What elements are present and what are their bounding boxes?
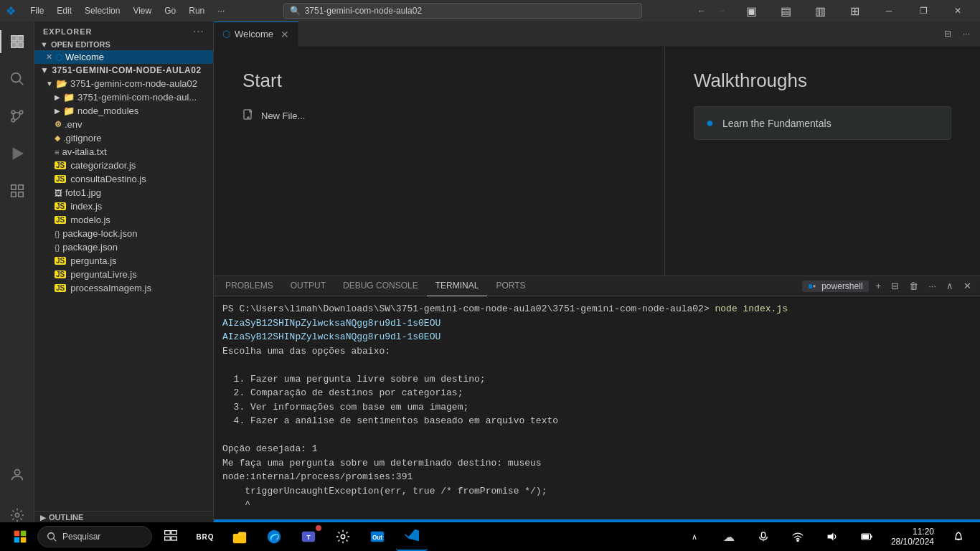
tray-notification[interactable] — [943, 522, 974, 551]
tab-problems[interactable]: PROBLEMS — [217, 276, 282, 296]
file-index[interactable]: JS index.js — [34, 199, 213, 213]
tray-wifi[interactable] — [782, 522, 814, 551]
folder-root[interactable]: ▼ 📂 3751-gemini-com-node-aula02 — [34, 77, 213, 90]
new-file-icon — [242, 109, 254, 123]
more-tabs-btn[interactable]: ··· — [958, 27, 974, 40]
tray-expand[interactable]: ∧ — [679, 522, 710, 551]
svg-point-5 — [11, 110, 15, 114]
activity-source-control[interactable] — [0, 99, 34, 133]
file-package-json[interactable]: {} package.json — [34, 240, 213, 254]
menu-edit[interactable]: Edit — [51, 4, 77, 17]
terminal-line-9: 4. Fazer a análise de sentimentos basead… — [222, 414, 971, 428]
panel-close-btn[interactable]: ✕ — [961, 279, 974, 293]
toggle-sidebar-btn[interactable]: ▣ — [735, 0, 768, 22]
open-editors-group[interactable]: ▼ Open Editors — [34, 39, 213, 50]
taskbar-search[interactable]: Pesquisar — [37, 526, 152, 547]
title-search-bar[interactable]: 🔍 3751-gemini-com-node-aula02 — [283, 3, 642, 19]
tab-welcome-close[interactable]: ✕ — [281, 29, 289, 40]
file-modelo[interactable]: JS modelo.js — [34, 213, 213, 227]
activity-run-debug[interactable] — [0, 136, 34, 171]
panel-up-btn[interactable]: ∧ — [943, 279, 956, 293]
file-gitignore[interactable]: ◆ .gitignore — [34, 131, 213, 145]
tray-volume[interactable] — [816, 522, 848, 551]
toggle-aux-btn[interactable]: ▥ — [804, 0, 837, 22]
sidebar-options-btn[interactable]: ··· — [194, 27, 204, 36]
svg-rect-29 — [171, 531, 177, 534]
menu-selection[interactable]: Selection — [79, 4, 126, 17]
taskbar-vscode[interactable] — [396, 522, 428, 551]
taskbar-settings[interactable] — [327, 522, 359, 551]
walkthrough-learn-fundamentals[interactable]: ● Learn the Fundamentals — [694, 106, 951, 140]
js-icon-4: JS — [55, 216, 66, 224]
menu-file[interactable]: File — [24, 4, 50, 17]
tray-battery[interactable] — [851, 522, 882, 551]
tray-mic[interactable] — [748, 522, 779, 551]
activity-search[interactable] — [0, 62, 34, 96]
restore-btn[interactable]: ❐ — [907, 0, 940, 22]
panel-more-btn[interactable]: ··· — [925, 279, 939, 293]
svg-point-36 — [341, 534, 345, 539]
add-terminal-btn[interactable]: + — [873, 279, 885, 293]
taskbar-file-explorer[interactable] — [224, 522, 255, 551]
project-root-folder[interactable]: ▼ 3751-GEMINI-COM-NODE-AULA02 — [34, 64, 213, 77]
activity-explorer[interactable] — [0, 24, 34, 59]
svg-rect-32 — [233, 534, 246, 543]
terminal-content[interactable]: PS C:\Users\limah\Downloads\SW\3751-gemi… — [214, 296, 980, 519]
split-terminal-btn[interactable]: ⊟ — [888, 279, 902, 293]
subfolder-1[interactable]: ▶ 📁 3751-gemini-com-node-aul... — [34, 90, 213, 104]
taskbar-brq-app[interactable]: BRQ — [189, 522, 221, 551]
tray-cloud[interactable]: ☁ — [713, 522, 745, 551]
taskbar-task-view[interactable] — [155, 522, 187, 551]
file-pergunta-livre[interactable]: JS perguntaLivre.js — [34, 268, 213, 281]
activity-account[interactable] — [0, 458, 34, 492]
tab-ports[interactable]: PORTS — [487, 276, 534, 296]
outline-section: ▶ Outline — [34, 511, 213, 523]
file-av-italia[interactable]: ≡ av-italia.txt — [34, 145, 213, 159]
taskbar-edge[interactable] — [258, 522, 290, 551]
new-file-action[interactable]: New File... — [242, 106, 636, 126]
taskbar-outlook[interactable]: Out — [362, 522, 393, 551]
file-package-json-label: package.json — [62, 242, 118, 253]
taskbar-time-display[interactable]: 11:20 28/10/2024 — [885, 527, 940, 547]
terminal-line-14: triggerUncaughtException(err, true /* fr… — [222, 484, 971, 499]
menu-view[interactable]: View — [127, 4, 157, 17]
tab-output[interactable]: OUTPUT — [282, 276, 334, 296]
node-modules-folder[interactable]: ▶ 📁 node_modules — [34, 104, 213, 118]
sidebar-header: Explorer ··· — [34, 22, 213, 39]
close-btn[interactable]: ✕ — [941, 0, 974, 22]
toggle-panel-btn[interactable]: ▤ — [769, 0, 802, 22]
file-processa-imagem[interactable]: JS processaImagem.js — [34, 281, 213, 295]
outline-label: Outline — [49, 513, 83, 522]
folder-root-label: 3751-gemini-com-node-aula02 — [70, 78, 197, 89]
tab-debug-console[interactable]: DEBUG CONSOLE — [334, 276, 427, 296]
tab-terminal[interactable]: TERMINAL — [427, 276, 488, 296]
svg-rect-28 — [165, 531, 171, 534]
file-consulta-destino[interactable]: JS consultaDestino.js — [34, 172, 213, 186]
svg-rect-23 — [21, 531, 27, 537]
navigate-back[interactable]: ← — [694, 6, 709, 16]
file-pergunta[interactable]: JS pergunta.js — [34, 254, 213, 268]
minimize-btn[interactable]: ─ — [872, 0, 905, 22]
tab-welcome[interactable]: ⬡ Welcome ✕ — [214, 22, 298, 47]
file-env[interactable]: ⚙ .env — [34, 118, 213, 131]
file-categorizador[interactable]: JS categorizador.js — [34, 159, 213, 172]
menu-more[interactable]: ··· — [212, 4, 230, 17]
close-icon[interactable]: ✕ — [46, 52, 52, 62]
taskbar-teams[interactable]: T — [293, 522, 324, 551]
split-editor-btn[interactable]: ⊟ — [940, 27, 956, 40]
tab-welcome-label: Welcome — [235, 29, 273, 39]
terminal-line-8: 3. Ver informações com base em uma image… — [222, 400, 971, 415]
menu-go[interactable]: Go — [159, 4, 182, 17]
activity-extensions[interactable] — [0, 174, 34, 208]
trash-terminal-btn[interactable]: 🗑 — [906, 279, 921, 293]
svg-rect-10 — [11, 185, 15, 189]
open-editor-welcome[interactable]: ✕ ⬡ Welcome — [34, 50, 213, 64]
file-foto[interactable]: 🖼 foto1.jpg — [34, 186, 213, 199]
layout-btn[interactable]: ⊞ — [838, 0, 871, 22]
welcome-right-panel: Walkthroughs ● Learn the Fundamentals — [664, 47, 980, 276]
menu-run[interactable]: Run — [183, 4, 210, 17]
file-package-lock[interactable]: {} package-lock.json — [34, 227, 213, 240]
outline-group[interactable]: ▶ Outline — [34, 512, 213, 523]
taskbar-start-btn[interactable] — [6, 522, 34, 551]
navigate-forward[interactable]: → — [715, 6, 729, 16]
